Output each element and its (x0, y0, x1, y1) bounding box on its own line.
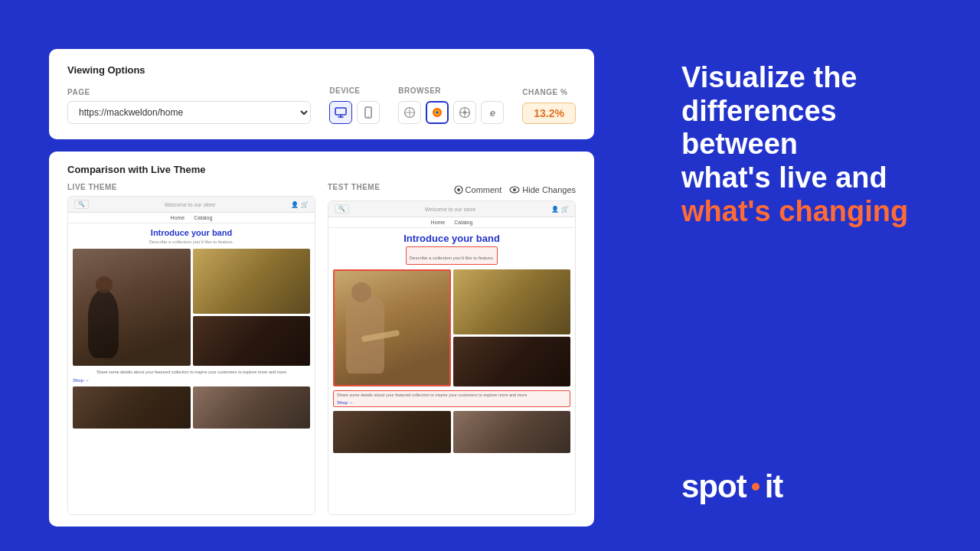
viewing-options-card: Viewing Options PAGE https://mackweldon/… (49, 49, 594, 139)
chrome-btn[interactable] (453, 101, 476, 124)
test-user-icon: 👤 (551, 206, 559, 213)
svg-point-2 (368, 116, 369, 117)
desktop-btn[interactable] (329, 101, 352, 124)
test-subheading-changed: Describe a collection you'd like to feat… (406, 246, 498, 265)
test-search-bar: 🔍 (335, 204, 349, 214)
test-menu-bar: Home Catalog (328, 217, 575, 228)
page-url-select[interactable]: https://mackweldon/home (67, 101, 311, 124)
browser-section: BROWSER (398, 86, 504, 124)
comment-label: Comment (466, 185, 502, 194)
live-theme-content: 🔍 Welcome to our store 👤 🛒 Home Catalog (67, 196, 315, 515)
comparison-card: Comparison with Live Theme LIVE THEME 🔍 … (49, 152, 594, 527)
hide-changes-label: Hide Changes (522, 185, 576, 194)
edge-btn[interactable]: e (481, 101, 504, 124)
live-theme-label: LIVE THEME (67, 183, 315, 191)
live-photo-room (193, 316, 311, 366)
mobile-btn[interactable] (357, 101, 380, 124)
tagline-block: Visualize the differences between what's… (681, 61, 934, 228)
svg-point-10 (463, 111, 466, 114)
test-page-body: Introduce your band Describe a collectio… (328, 228, 575, 514)
live-photo-drums (193, 249, 311, 314)
safari-btn[interactable] (398, 101, 421, 124)
live-bottom-photo-1 (73, 386, 191, 429)
viewing-options-title: Viewing Options (67, 64, 576, 76)
test-subheading-text: Describe a collection you'd like to feat… (410, 256, 495, 260)
test-description-text: Share some details about your featured c… (337, 393, 567, 399)
live-store-title: Welcome to our store (165, 202, 215, 207)
firefox-btn[interactable] (426, 101, 449, 124)
change-label: CHANGE % (522, 88, 576, 96)
live-nav-bar: 🔍 Welcome to our store 👤 🛒 (68, 197, 315, 213)
live-search-bar: 🔍 (74, 200, 89, 209)
live-page-subheading: Describe a collection you'd like to feat… (73, 240, 310, 244)
test-nav-bar: 🔍 Welcome to our store 👤 🛒 (328, 201, 575, 217)
live-bottom-photo-2 (193, 386, 311, 429)
device-section: DEVICE (329, 86, 380, 124)
comparison-header: Comparison with Live Theme (67, 164, 576, 175)
live-user-icon: 👤 (291, 201, 299, 208)
live-nav-icons: 👤 🛒 (291, 201, 309, 208)
change-badge: 13.2% (522, 103, 576, 124)
logo-dot (752, 483, 760, 491)
test-photo-drums (453, 269, 571, 334)
test-description-highlighted: Share some details about your featured c… (333, 390, 570, 407)
logo-area: spot it (681, 468, 934, 505)
page-label: PAGE (67, 88, 311, 96)
test-theme-label: TEST THEME (328, 183, 380, 191)
test-photo-main-highlighted (333, 269, 451, 386)
live-menu-catalog: Catalog (194, 215, 212, 220)
live-menu-home: Home (171, 215, 185, 220)
test-browser-mockup: 🔍 Welcome to our store 👤 🛒 Home Catalog (328, 201, 575, 514)
browser-label: BROWSER (398, 86, 504, 95)
test-shop-link[interactable]: Shop → (337, 400, 567, 405)
tagline-line4: what's changing (681, 195, 934, 229)
test-theme-panel: TEST THEME Comment Hide Changes (328, 183, 576, 515)
left-panel: Viewing Options PAGE https://mackweldon/… (0, 0, 643, 551)
svg-point-8 (436, 111, 439, 114)
test-theme-content: 🔍 Welcome to our store 👤 🛒 Home Catalog (328, 201, 576, 515)
page-section: PAGE https://mackweldon/home (67, 88, 311, 124)
change-section: CHANGE % 13.2% (522, 88, 576, 124)
live-shop-link[interactable]: Shop → (73, 378, 310, 383)
test-menu-catalog: Catalog (454, 220, 472, 225)
tagline-line3: what's live and (681, 161, 934, 195)
tagline-line1: Visualize the (681, 61, 934, 95)
test-page-heading: Introduce your band (333, 233, 570, 244)
tagline-line2: differences between (681, 95, 934, 161)
svg-point-16 (457, 188, 460, 191)
test-bottom-photo-2 (453, 411, 571, 453)
test-nav-icons: 👤 🛒 (551, 206, 569, 213)
test-store-title: Welcome to our store (425, 207, 475, 212)
comment-btn[interactable]: Comment (454, 185, 502, 194)
live-photo-main (73, 249, 191, 366)
svg-point-18 (513, 188, 516, 191)
comparison-panels: LIVE THEME 🔍 Welcome to our store 👤 🛒 (67, 183, 576, 515)
test-photo-room (453, 337, 571, 386)
edge-icon: e (490, 107, 495, 119)
live-page-body: Introduce your band Describe a collectio… (68, 223, 315, 514)
device-label: DEVICE (329, 86, 380, 95)
svg-rect-0 (335, 108, 346, 115)
logo-text-it: it (765, 468, 783, 505)
live-browser-mockup: 🔍 Welcome to our store 👤 🛒 Home Catalog (68, 197, 315, 514)
live-cart-icon: 🛒 (301, 201, 309, 208)
hide-changes-btn[interactable]: Hide Changes (509, 185, 576, 194)
comparison-title: Comparison with Live Theme (67, 164, 206, 175)
right-panel: Visualize the differences between what's… (643, 0, 980, 551)
live-theme-panel: LIVE THEME 🔍 Welcome to our store 👤 🛒 (67, 183, 315, 515)
live-page-heading: Introduce your band (73, 228, 310, 237)
logo-text-spot: spot (681, 468, 746, 505)
test-cart-icon: 🛒 (561, 206, 569, 213)
live-description: Share some details about your featured c… (73, 370, 310, 376)
test-menu-home: Home (431, 220, 446, 225)
live-menu-bar: Home Catalog (68, 213, 315, 223)
test-bottom-photo-1 (333, 411, 451, 453)
